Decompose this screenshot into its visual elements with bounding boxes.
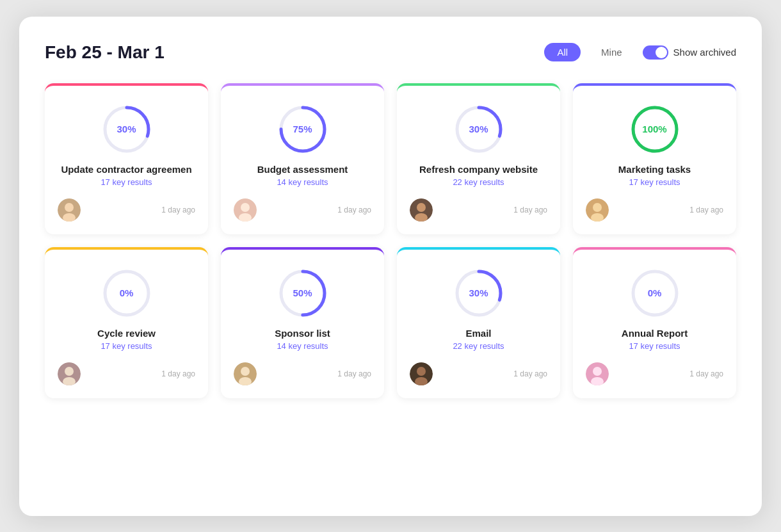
card-title: Update contractor agreemen	[61, 164, 191, 175]
cards-grid: 30% Update contractor agreemen 17 key re…	[45, 83, 736, 398]
card-footer: 1 day ago	[586, 198, 723, 222]
progress-label: 50%	[293, 287, 312, 298]
header: Feb 25 - Mar 1 All Mine Show archived	[45, 42, 736, 63]
svg-point-8	[241, 203, 250, 212]
card-footer: 1 day ago	[410, 362, 547, 385]
card-key-results[interactable]: 17 key results	[629, 177, 680, 187]
progress-label: 30%	[469, 287, 488, 298]
card-1[interactable]: 30% Update contractor agreemen 17 key re…	[45, 83, 208, 234]
card-key-results[interactable]: 17 key results	[101, 341, 152, 351]
card-6[interactable]: 50% Sponsor list 14 key results 1 day ag…	[221, 247, 384, 398]
avatar	[410, 198, 433, 222]
page-title: Feb 25 - Mar 1	[45, 42, 165, 63]
card-footer: 1 day ago	[410, 198, 547, 222]
card-3[interactable]: 30% Refresh company website 22 key resul…	[397, 83, 560, 234]
card-time: 1 day ago	[161, 206, 195, 214]
svg-point-23	[65, 367, 74, 376]
card-title: Email	[465, 328, 491, 339]
svg-point-28	[241, 367, 250, 376]
svg-point-38	[593, 367, 602, 376]
progress-label: 30%	[117, 124, 136, 134]
card-title: Sponsor list	[275, 328, 330, 339]
card-key-results[interactable]: 17 key results	[101, 177, 152, 187]
progress-circle: 30%	[453, 104, 504, 155]
card-key-results[interactable]: 22 key results	[453, 341, 504, 351]
progress-circle: 75%	[277, 104, 328, 155]
progress-label: 0%	[648, 287, 662, 298]
card-time: 1 day ago	[513, 369, 547, 378]
avatar	[58, 362, 81, 385]
progress-label: 0%	[120, 287, 134, 298]
card-footer: 1 day ago	[58, 362, 195, 385]
avatar	[586, 198, 609, 222]
avatar	[234, 362, 257, 385]
card-4[interactable]: 100% Marketing tasks 17 key results 1 da…	[573, 83, 736, 234]
card-key-results[interactable]: 22 key results	[453, 177, 504, 187]
card-title: Marketing tasks	[618, 164, 691, 175]
card-2[interactable]: 75% Budget assessment 14 key results 1 d…	[221, 83, 384, 234]
card-title: Cycle review	[97, 328, 156, 339]
progress-circle: 50%	[277, 268, 328, 319]
card-key-results[interactable]: 14 key results	[277, 341, 328, 351]
avatar	[410, 362, 433, 385]
progress-circle: 30%	[453, 268, 504, 319]
card-key-results[interactable]: 17 key results	[629, 341, 680, 351]
card-title: Budget assessment	[257, 164, 348, 175]
avatar	[586, 362, 609, 385]
card-time: 1 day ago	[161, 369, 195, 378]
card-footer: 1 day ago	[234, 198, 371, 222]
progress-label: 100%	[642, 124, 666, 134]
card-5[interactable]: 0% Cycle review 17 key results 1 day ago	[45, 247, 208, 398]
card-time: 1 day ago	[337, 206, 371, 214]
card-8[interactable]: 0% Annual Report 17 key results 1 day ag…	[573, 247, 736, 398]
progress-label: 30%	[469, 124, 488, 134]
svg-point-13	[417, 203, 426, 212]
card-time: 1 day ago	[337, 369, 371, 378]
card-time: 1 day ago	[513, 206, 547, 214]
show-archived-toggle-container: Show archived	[643, 45, 736, 60]
card-footer: 1 day ago	[586, 362, 723, 385]
progress-circle: 30%	[101, 104, 152, 155]
avatar	[58, 198, 81, 222]
card-title: Refresh company website	[419, 164, 538, 175]
svg-point-18	[593, 203, 602, 212]
svg-point-33	[417, 367, 426, 376]
progress-circle: 0%	[101, 268, 152, 319]
filter-mine-button[interactable]: Mine	[588, 43, 635, 61]
card-footer: 1 day ago	[234, 362, 371, 385]
card-7[interactable]: 30% Email 22 key results 1 day ago	[397, 247, 560, 398]
card-key-results[interactable]: 14 key results	[277, 177, 328, 187]
show-archived-label: Show archived	[673, 47, 736, 58]
header-controls: All Mine Show archived	[544, 43, 736, 61]
progress-circle: 0%	[629, 268, 680, 319]
show-archived-toggle[interactable]	[643, 45, 668, 60]
app-container: Feb 25 - Mar 1 All Mine Show archived 30…	[19, 17, 762, 516]
card-time: 1 day ago	[689, 369, 723, 378]
progress-label: 75%	[293, 124, 312, 134]
progress-circle: 100%	[629, 104, 680, 155]
filter-all-button[interactable]: All	[544, 43, 581, 61]
svg-point-3	[65, 203, 74, 212]
card-time: 1 day ago	[689, 206, 723, 214]
card-footer: 1 day ago	[58, 198, 195, 222]
avatar	[234, 198, 257, 222]
card-title: Annual Report	[622, 328, 688, 339]
